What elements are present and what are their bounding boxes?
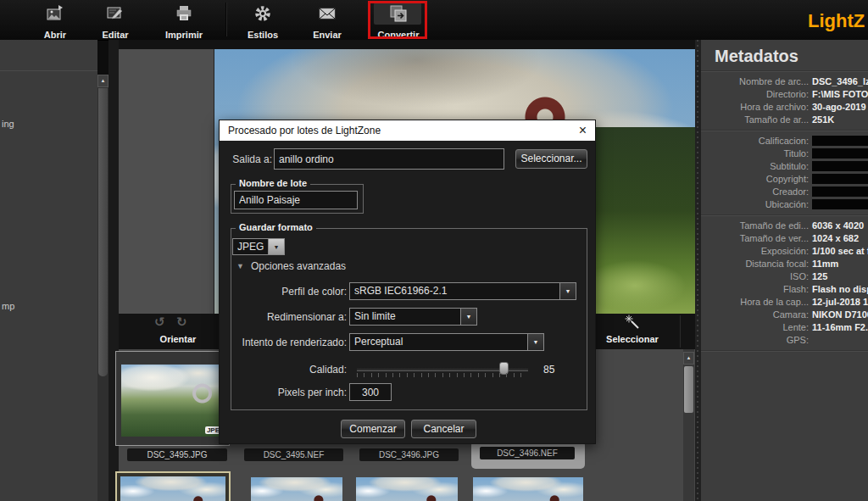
enviar-label: Enviar — [313, 30, 342, 40]
meta-row: Nombre de arc...DSC_3496_lzn.jpg — [701, 75, 868, 88]
edit-icon — [106, 4, 125, 23]
lote-input[interactable] — [234, 191, 358, 209]
ppi-input[interactable] — [349, 383, 392, 401]
scroll-up-icon[interactable]: ▲ — [97, 75, 108, 87]
quality-slider[interactable] — [357, 367, 528, 371]
color-profile-select[interactable]: sRGB IEC61966-2.1 ▼ — [349, 282, 576, 300]
gear-icon — [253, 4, 272, 23]
abrir-button[interactable]: Abrir — [31, 3, 80, 42]
filename-label[interactable]: DSC_3495.NEF — [244, 448, 343, 461]
chevron-down-icon[interactable]: ▼ — [460, 309, 476, 325]
perfil-label: Perfil de color: — [220, 286, 347, 298]
current-image-frame[interactable] — [115, 471, 231, 501]
printer-icon — [175, 4, 193, 23]
meta-value: 11-16mm F2.8 — [812, 321, 868, 334]
orientar-label: Orientar — [140, 334, 216, 344]
dialog-titlebar[interactable]: Procesado por lotes de LightZone × — [220, 120, 595, 141]
lote-group-label: Nombre de lote — [236, 178, 310, 188]
thumbnail-image: JPE — [121, 365, 224, 437]
meta-value: 12-jul-2018 12:08: — [812, 296, 868, 309]
open-file-icon — [46, 4, 64, 23]
enviar-button[interactable]: Enviar — [303, 3, 352, 42]
dialog-title: Procesado por lotes de LightZone — [228, 125, 381, 136]
editar-label: Editar — [102, 30, 128, 40]
meta-value: 1/100 sec at f/10.1 — [812, 245, 868, 258]
chevron-down-icon[interactable]: ▼ — [268, 239, 284, 254]
filename-label[interactable]: DSC_3495.JPG — [127, 448, 227, 461]
render-intent-select[interactable]: Perceptual ▼ — [349, 333, 544, 351]
editor-top-band — [119, 40, 695, 49]
section-divider — [701, 214, 868, 216]
sidebar-partial-label-bottom[interactable]: mp — [2, 301, 14, 311]
filename-label-selected[interactable]: DSC_3496.NEF — [480, 447, 575, 459]
thumbnail[interactable] — [251, 477, 342, 501]
meta-value: 251K — [812, 114, 834, 126]
metadata-title: Metadatos — [715, 47, 868, 66]
section-divider — [701, 350, 868, 352]
render-intent-value: Perceptual — [354, 334, 526, 350]
quality-slider-ticks — [357, 373, 528, 377]
opciones-avanzadas-label[interactable]: Opciones avanzadas — [251, 260, 346, 272]
redo-icon[interactable]: ↻ — [176, 315, 187, 330]
sidebar-scrollbar-thumb[interactable] — [98, 88, 108, 376]
meta-row: Camara:NIKON D7100 — [701, 309, 868, 321]
meta-row: Flash:Flash no disparado — [701, 283, 868, 296]
format-select[interactable]: JPEG ▼ — [232, 238, 285, 255]
close-icon[interactable]: × — [579, 120, 587, 141]
thumbnail-current[interactable] — [120, 476, 225, 501]
thumbnail[interactable] — [473, 477, 583, 501]
photo-forest-area — [594, 127, 696, 314]
lightzone-app-window: Abrir Editar Imprimir Estilos Enviar — [0, 0, 868, 501]
seleccionar-label: Seleccionar — [590, 334, 675, 344]
sidebar-scrollbar[interactable]: ▲ — [97, 75, 108, 501]
chevron-down-icon[interactable]: ▼ — [559, 283, 576, 299]
meta-row: Hora de archivo:30-ago-2019 11:22 — [701, 101, 868, 114]
section-divider — [701, 130, 868, 131]
sidebar-partial-label-top[interactable]: ing — [2, 119, 14, 129]
scroll-up-icon[interactable]: ▲ — [683, 352, 694, 365]
ubicacion-field[interactable] — [812, 199, 868, 209]
salida-input[interactable] — [274, 148, 504, 170]
editar-button[interactable]: Editar — [92, 3, 139, 42]
envelope-icon — [318, 4, 337, 23]
magic-wand-icon[interactable] — [624, 314, 641, 331]
meta-row: Directorio:F:\MIS FOTOS\FO — [701, 88, 868, 101]
metadata-panel: Metadatos Nombre de arc...DSC_3496_lzn.j… — [701, 40, 868, 501]
filename-label[interactable]: DSC_3496.JPG — [359, 448, 459, 461]
toolbar-separator — [225, 3, 227, 36]
meta-row: Creador: — [701, 186, 868, 198]
titulo-field[interactable] — [812, 148, 868, 159]
left-sidebar: ing mp — [0, 40, 97, 501]
redimensionar-label: Redimensionar a: — [220, 311, 347, 323]
calificacion-field[interactable] — [812, 136, 868, 146]
abrir-label: Abrir — [44, 30, 66, 40]
undo-icon[interactable]: ↺ — [154, 315, 165, 330]
meta-row: Tamaño de ar...251K — [701, 114, 868, 126]
meta-value: NIKON D7100 — [812, 309, 868, 321]
thumbnail-dsc3495jpg[interactable]: JPE — [115, 351, 230, 446]
filmstrip-scrollbar[interactable]: ▲ — [683, 349, 694, 501]
resize-select[interactable]: Sin limite ▼ — [349, 308, 477, 326]
triangle-down-icon[interactable]: ▼ — [236, 262, 244, 270]
estilos-label: Estilos — [248, 30, 278, 40]
cancelar-button[interactable]: Cancelar — [411, 420, 476, 438]
meta-row: Copyright: — [701, 173, 868, 186]
nombre-de-lote-group: Nombre de lote — [231, 184, 364, 214]
seleccionar-folder-button[interactable]: Seleccionar... — [515, 149, 587, 169]
creador-field[interactable] — [812, 186, 868, 197]
thumbnail[interactable] — [356, 477, 458, 501]
quality-value: 85 — [543, 364, 554, 376]
estilos-button[interactable]: Estilos — [238, 3, 287, 42]
meta-row: Lente:11-16mm F2.8 — [701, 321, 868, 334]
imprimir-button[interactable]: Imprimir — [155, 3, 213, 42]
chevron-down-icon[interactable]: ▼ — [527, 334, 543, 350]
sidebar-divider — [0, 70, 97, 71]
subtitulo-field[interactable] — [812, 161, 868, 171]
comenzar-button[interactable]: Comenzar — [341, 420, 405, 438]
meta-row: Tamaño de edi...6036 x 4020 — [701, 220, 868, 232]
copyright-field[interactable] — [812, 174, 868, 184]
toolbar-separator — [680, 315, 681, 348]
calidad-label: Calidad: — [220, 364, 347, 376]
filmstrip-scrollbar-thumb[interactable] — [684, 366, 693, 413]
meta-row: Calificacion: — [701, 135, 868, 148]
